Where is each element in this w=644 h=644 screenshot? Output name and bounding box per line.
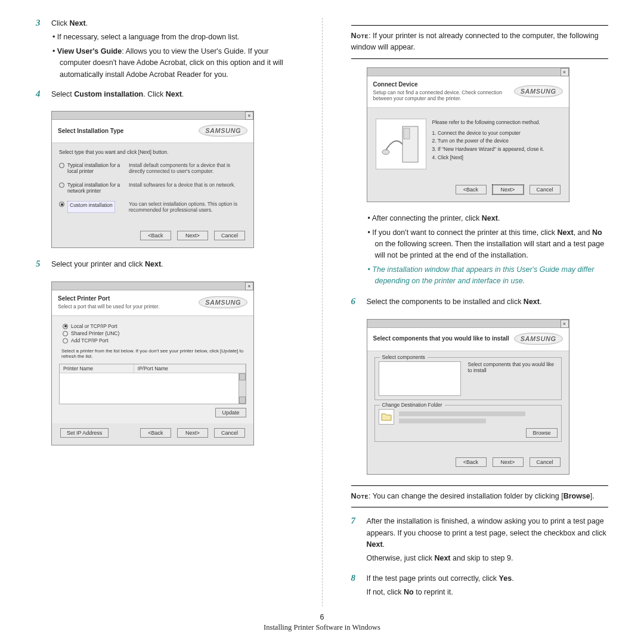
dialog-title: Select components that you would like to…	[373, 335, 509, 342]
radio-icon[interactable]	[63, 331, 68, 336]
left-column: 3 Click Next. If necessary, select a lan…	[36, 18, 293, 606]
list-item: After connecting the printer, click Next…	[367, 213, 609, 224]
update-button[interactable]: Update	[215, 408, 246, 417]
dialog-install-type: × Select Installation Type SAMSUNG Selec…	[51, 111, 254, 248]
select-components-group: Select components Select components that…	[374, 357, 562, 400]
dialog-title: Select Installation Type	[58, 128, 123, 134]
column-divider	[322, 18, 323, 606]
step-7: 7 After the installation is finished, a …	[351, 516, 609, 567]
back-button[interactable]: <Back	[140, 428, 171, 438]
two-column-layout: 3 Click Next. If necessary, select a lan…	[36, 18, 608, 606]
cancel-button[interactable]: Cancel	[530, 457, 561, 467]
next-button[interactable]: Next>	[493, 457, 524, 467]
svg-rect-1	[404, 128, 410, 139]
step-4: 4 Select Custom installation. Click Next…	[36, 89, 293, 103]
step-number: 7	[351, 516, 360, 567]
radio-label: Custom installation	[67, 201, 115, 213]
conn-step: 2. Turn on the power of the device	[432, 137, 544, 145]
text: Next	[145, 260, 161, 268]
radio-icon[interactable]	[59, 163, 64, 168]
brand-logo: SAMSUNG	[514, 333, 563, 345]
list-item: If necessary, select a language from the…	[51, 32, 293, 43]
step-number: 4	[36, 89, 44, 103]
note-label: Note	[351, 32, 369, 40]
list-item: If you don't want to connect the printer…	[367, 227, 609, 262]
radio-label: Typical installation for a network print…	[67, 182, 122, 194]
list-item: View User's Guide: Allows you to view th…	[51, 46, 293, 80]
svg-point-2	[382, 150, 389, 154]
step-5: 5 Select your printer and click Next.	[36, 259, 293, 273]
printer-listbox[interactable]: Printer Name IP/Port Name	[59, 364, 246, 404]
step-3: 3 Click Next. If necessary, select a lan…	[36, 18, 293, 83]
radio-label: Shared Printer (UNC)	[71, 330, 119, 336]
conn-step: 4. Click [Next]	[432, 154, 544, 162]
cancel-button[interactable]: Cancel	[214, 231, 245, 240]
col-header: Printer Name	[60, 364, 134, 373]
close-icon[interactable]: ×	[561, 68, 569, 76]
dialog-lead: Select type that you want and click [Nex…	[59, 149, 246, 155]
dialog-printer-port: × Select Printer Port Select a port that…	[51, 281, 254, 445]
brand-logo: SAMSUNG	[199, 125, 247, 137]
text: Click	[51, 19, 70, 27]
brand-logo: SAMSUNG	[199, 296, 247, 308]
destination-group: Change Destination Folder Browse	[374, 405, 562, 442]
browse-button[interactable]: Browse	[526, 428, 557, 438]
option-desc: You can select installation options. Thi…	[129, 201, 246, 213]
text: Next	[166, 90, 182, 98]
dialog-subtitle: Setup can not find a connected device. C…	[373, 89, 514, 101]
brand-logo: SAMSUNG	[514, 85, 563, 97]
col-header: IP/Port Name	[134, 364, 246, 373]
option-desc: Install softwares for a device that is o…	[129, 182, 246, 194]
text: : If your printer is not already connect…	[351, 32, 599, 51]
components-listbox[interactable]	[379, 361, 461, 396]
folder-icon	[379, 409, 394, 425]
group-legend: Select components	[380, 354, 428, 360]
dialog-title: Connect Device	[373, 81, 418, 88]
text: . Click	[143, 90, 166, 98]
radio-icon[interactable]	[59, 182, 64, 188]
connect-illustration	[376, 119, 426, 169]
next-bold: Next	[70, 19, 86, 27]
close-icon[interactable]: ×	[245, 112, 253, 120]
step-number: 3	[36, 18, 44, 83]
side-text: Select components that you would like to…	[468, 361, 558, 396]
scrollbar[interactable]	[239, 373, 246, 404]
page-number: 6	[0, 613, 644, 621]
radio-icon[interactable]	[59, 202, 64, 207]
next-button[interactable]: Next>	[493, 185, 524, 194]
radio-label: Add TCP/IP Port	[71, 338, 109, 343]
step-8: 8 If the test page prints out correctly,…	[351, 573, 609, 601]
back-button[interactable]: <Back	[456, 457, 487, 467]
next-button[interactable]: Next>	[177, 428, 208, 438]
radio-icon[interactable]	[63, 338, 68, 343]
set-ip-button[interactable]: Set IP Address	[60, 428, 109, 438]
right-column: Note: If your printer is not already con…	[351, 18, 609, 606]
next-button[interactable]: Next>	[177, 231, 208, 240]
conn-step: 1. Connect the device to your computer	[432, 129, 544, 138]
dialog-subtitle: Select a port that will be used for your…	[58, 304, 160, 309]
close-icon[interactable]: ×	[245, 282, 253, 290]
text: .	[182, 90, 184, 98]
step-number: 6	[351, 296, 360, 310]
text: .	[161, 260, 163, 268]
text: Select your printer and click	[51, 260, 145, 268]
text: Custom installation	[74, 90, 143, 98]
option-desc: Install default components for a device …	[129, 162, 246, 174]
text: .	[86, 19, 88, 27]
back-button[interactable]: <Back	[456, 185, 487, 194]
cancel-button[interactable]: Cancel	[530, 185, 561, 194]
page-title: Installing Printer Software in Windows	[0, 623, 644, 632]
back-button[interactable]: <Back	[140, 231, 171, 240]
conn-lead: Please refer to the following connection…	[432, 119, 544, 127]
conn-step: 3. If "New Hardware Wizard" is appeared,…	[432, 145, 544, 154]
instruction: Select a printer from the list below. If…	[61, 348, 244, 359]
step-number: 8	[351, 573, 360, 601]
close-icon[interactable]: ×	[561, 320, 569, 328]
radio-icon[interactable]	[63, 324, 68, 329]
step-number: 5	[36, 259, 44, 273]
radio-label: Local or TCP/IP Port	[71, 323, 117, 329]
text: Select	[51, 90, 74, 98]
dialog-title: Select Printer Port	[58, 295, 110, 302]
cancel-button[interactable]: Cancel	[214, 428, 245, 438]
note-1: Note: If your printer is not already con…	[351, 25, 609, 59]
